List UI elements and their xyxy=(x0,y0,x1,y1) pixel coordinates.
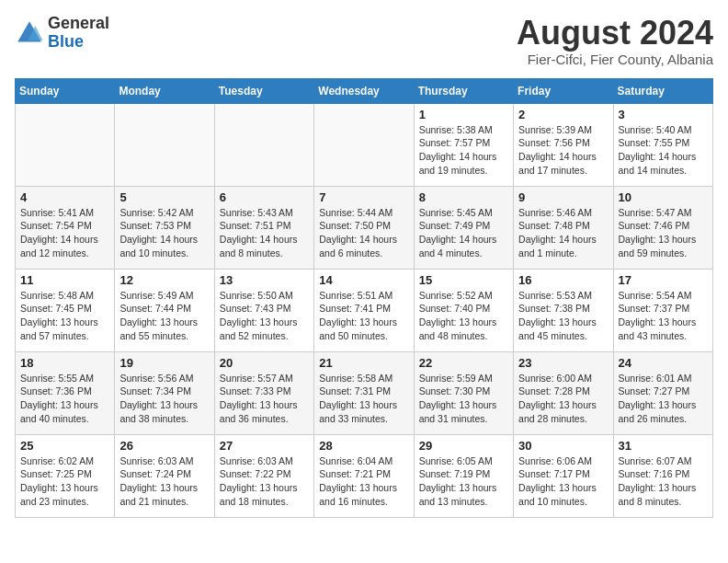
day-number: 16 xyxy=(518,273,608,287)
day-info: Sunrise: 5:58 AM Sunset: 7:31 PM Dayligh… xyxy=(319,372,408,426)
day-number: 27 xyxy=(220,439,309,453)
calendar-cell: 10Sunrise: 5:47 AM Sunset: 7:46 PM Dayli… xyxy=(613,186,712,269)
calendar-cell: 16Sunrise: 5:53 AM Sunset: 7:38 PM Dayli… xyxy=(514,269,613,351)
calendar-cell: 14Sunrise: 5:51 AM Sunset: 7:41 PM Dayli… xyxy=(314,269,414,351)
calendar-cell: 19Sunrise: 5:56 AM Sunset: 7:34 PM Dayli… xyxy=(115,351,214,434)
day-info: Sunrise: 5:43 AM Sunset: 7:51 PM Dayligh… xyxy=(220,206,309,260)
day-number: 29 xyxy=(419,439,508,453)
calendar-cell xyxy=(314,103,414,186)
day-info: Sunrise: 5:55 AM Sunset: 7:36 PM Dayligh… xyxy=(20,372,109,426)
day-number: 11 xyxy=(20,273,109,287)
day-info: Sunrise: 5:59 AM Sunset: 7:30 PM Dayligh… xyxy=(419,372,508,426)
header-friday: Friday xyxy=(514,78,613,103)
calendar-cell: 6Sunrise: 5:43 AM Sunset: 7:51 PM Daylig… xyxy=(214,186,313,269)
day-number: 28 xyxy=(319,439,408,453)
calendar-cell: 28Sunrise: 6:04 AM Sunset: 7:21 PM Dayli… xyxy=(314,434,414,517)
calendar-cell xyxy=(16,103,115,186)
day-number: 13 xyxy=(220,273,309,287)
day-info: Sunrise: 5:56 AM Sunset: 7:34 PM Dayligh… xyxy=(119,372,209,426)
day-info: Sunrise: 6:07 AM Sunset: 7:16 PM Dayligh… xyxy=(619,454,708,509)
logo-text: General Blue xyxy=(48,15,109,52)
day-info: Sunrise: 6:03 AM Sunset: 7:24 PM Dayligh… xyxy=(119,454,209,509)
logo-icon xyxy=(15,18,44,48)
day-number: 3 xyxy=(619,108,708,121)
header-monday: Monday xyxy=(115,78,214,103)
calendar-cell: 2Sunrise: 5:39 AM Sunset: 7:56 PM Daylig… xyxy=(514,103,613,186)
day-info: Sunrise: 5:40 AM Sunset: 7:55 PM Dayligh… xyxy=(619,123,708,178)
day-info: Sunrise: 5:51 AM Sunset: 7:41 PM Dayligh… xyxy=(319,289,408,343)
day-number: 19 xyxy=(119,356,209,370)
main-title: August 2024 xyxy=(517,15,713,52)
calendar-cell: 7Sunrise: 5:44 AM Sunset: 7:50 PM Daylig… xyxy=(314,186,414,269)
logo-general: General xyxy=(48,14,109,32)
page-header: General Blue August 2024 Fier-Cifci, Fie… xyxy=(15,15,713,67)
day-info: Sunrise: 5:53 AM Sunset: 7:38 PM Dayligh… xyxy=(518,289,608,343)
day-number: 25 xyxy=(20,439,109,453)
day-info: Sunrise: 6:00 AM Sunset: 7:28 PM Dayligh… xyxy=(518,372,608,426)
calendar-cell: 3Sunrise: 5:40 AM Sunset: 7:55 PM Daylig… xyxy=(613,103,712,186)
day-info: Sunrise: 5:39 AM Sunset: 7:56 PM Dayligh… xyxy=(518,123,608,178)
calendar-cell: 12Sunrise: 5:49 AM Sunset: 7:44 PM Dayli… xyxy=(115,269,214,351)
day-info: Sunrise: 5:41 AM Sunset: 7:54 PM Dayligh… xyxy=(20,206,109,260)
day-info: Sunrise: 6:06 AM Sunset: 7:17 PM Dayligh… xyxy=(518,454,608,509)
day-number: 7 xyxy=(319,190,408,204)
day-info: Sunrise: 5:52 AM Sunset: 7:40 PM Dayligh… xyxy=(419,289,508,343)
day-info: Sunrise: 6:01 AM Sunset: 7:27 PM Dayligh… xyxy=(619,372,708,426)
day-number: 4 xyxy=(20,190,109,204)
calendar-cell: 9Sunrise: 5:46 AM Sunset: 7:48 PM Daylig… xyxy=(514,186,613,269)
logo: General Blue xyxy=(15,15,109,52)
calendar-cell: 30Sunrise: 6:06 AM Sunset: 7:17 PM Dayli… xyxy=(514,434,613,517)
calendar-header: SundayMondayTuesdayWednesdayThursdayFrid… xyxy=(16,78,713,103)
logo-blue: Blue xyxy=(48,32,84,51)
calendar-cell: 24Sunrise: 6:01 AM Sunset: 7:27 PM Dayli… xyxy=(613,351,712,434)
day-number: 1 xyxy=(419,108,508,121)
day-number: 8 xyxy=(419,190,508,204)
calendar-cell: 25Sunrise: 6:02 AM Sunset: 7:25 PM Dayli… xyxy=(16,434,115,517)
day-number: 2 xyxy=(518,108,608,121)
calendar-cell xyxy=(115,103,214,186)
day-info: Sunrise: 5:47 AM Sunset: 7:46 PM Dayligh… xyxy=(619,206,708,260)
calendar-cell: 31Sunrise: 6:07 AM Sunset: 7:16 PM Dayli… xyxy=(613,434,712,517)
header-sunday: Sunday xyxy=(16,78,115,103)
header-thursday: Thursday xyxy=(414,78,513,103)
header-wednesday: Wednesday xyxy=(314,78,414,103)
calendar-cell: 17Sunrise: 5:54 AM Sunset: 7:37 PM Dayli… xyxy=(613,269,712,351)
day-info: Sunrise: 5:50 AM Sunset: 7:43 PM Dayligh… xyxy=(220,289,309,343)
calendar-cell: 22Sunrise: 5:59 AM Sunset: 7:30 PM Dayli… xyxy=(414,351,513,434)
day-info: Sunrise: 5:48 AM Sunset: 7:45 PM Dayligh… xyxy=(20,289,109,343)
calendar-cell: 4Sunrise: 5:41 AM Sunset: 7:54 PM Daylig… xyxy=(16,186,115,269)
week-row-3: 18Sunrise: 5:55 AM Sunset: 7:36 PM Dayli… xyxy=(16,351,713,434)
calendar-cell: 26Sunrise: 6:03 AM Sunset: 7:24 PM Dayli… xyxy=(115,434,214,517)
day-info: Sunrise: 5:44 AM Sunset: 7:50 PM Dayligh… xyxy=(319,206,408,260)
calendar-cell: 20Sunrise: 5:57 AM Sunset: 7:33 PM Dayli… xyxy=(214,351,313,434)
calendar-cell: 27Sunrise: 6:03 AM Sunset: 7:22 PM Dayli… xyxy=(214,434,313,517)
day-info: Sunrise: 5:46 AM Sunset: 7:48 PM Dayligh… xyxy=(518,206,608,260)
day-number: 26 xyxy=(119,439,209,453)
calendar-cell: 15Sunrise: 5:52 AM Sunset: 7:40 PM Dayli… xyxy=(414,269,513,351)
day-number: 18 xyxy=(20,356,109,370)
week-row-4: 25Sunrise: 6:02 AM Sunset: 7:25 PM Dayli… xyxy=(16,434,713,517)
day-info: Sunrise: 6:02 AM Sunset: 7:25 PM Dayligh… xyxy=(20,454,109,509)
header-row: SundayMondayTuesdayWednesdayThursdayFrid… xyxy=(16,78,713,103)
day-number: 14 xyxy=(319,273,408,287)
calendar-cell: 13Sunrise: 5:50 AM Sunset: 7:43 PM Dayli… xyxy=(214,269,313,351)
day-number: 12 xyxy=(119,273,209,287)
day-number: 6 xyxy=(220,190,309,204)
calendar-cell: 8Sunrise: 5:45 AM Sunset: 7:49 PM Daylig… xyxy=(414,186,513,269)
day-number: 15 xyxy=(419,273,508,287)
subtitle: Fier-Cifci, Fier County, Albania xyxy=(517,52,713,67)
day-info: Sunrise: 5:38 AM Sunset: 7:57 PM Dayligh… xyxy=(419,123,508,178)
calendar-cell: 18Sunrise: 5:55 AM Sunset: 7:36 PM Dayli… xyxy=(16,351,115,434)
day-number: 9 xyxy=(518,190,608,204)
day-number: 17 xyxy=(619,273,708,287)
day-number: 24 xyxy=(619,356,708,370)
day-info: Sunrise: 5:57 AM Sunset: 7:33 PM Dayligh… xyxy=(220,372,309,426)
day-number: 5 xyxy=(119,190,209,204)
day-number: 31 xyxy=(619,439,708,453)
day-info: Sunrise: 5:42 AM Sunset: 7:53 PM Dayligh… xyxy=(119,206,209,260)
calendar-cell: 1Sunrise: 5:38 AM Sunset: 7:57 PM Daylig… xyxy=(414,103,513,186)
day-info: Sunrise: 6:04 AM Sunset: 7:21 PM Dayligh… xyxy=(319,454,408,509)
header-tuesday: Tuesday xyxy=(214,78,313,103)
calendar-cell: 21Sunrise: 5:58 AM Sunset: 7:31 PM Dayli… xyxy=(314,351,414,434)
week-row-2: 11Sunrise: 5:48 AM Sunset: 7:45 PM Dayli… xyxy=(16,269,713,351)
